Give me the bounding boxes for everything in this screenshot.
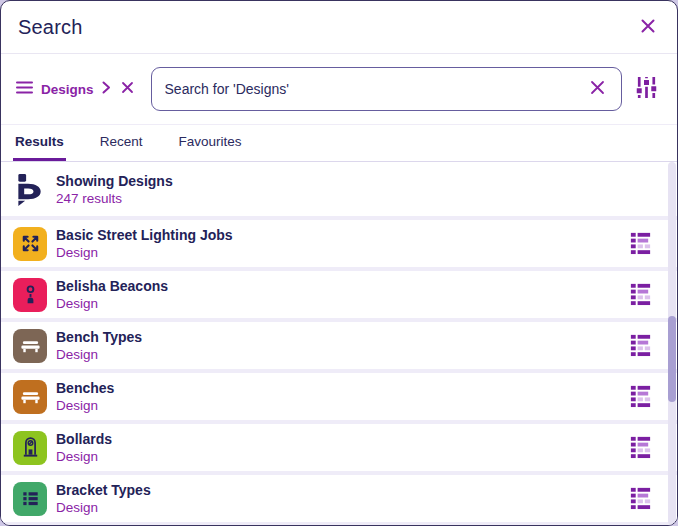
designs-d-logo-icon <box>13 172 47 206</box>
result-details-button[interactable] <box>626 483 655 515</box>
result-row[interactable]: Belisha Beacons Design <box>1 271 677 318</box>
result-title: Belisha Beacons <box>56 278 168 295</box>
close-icon <box>638 16 658 39</box>
result-details-button[interactable] <box>626 279 655 311</box>
queue-list-icon <box>628 332 653 360</box>
close-button[interactable] <box>636 14 660 41</box>
chevron-right-icon <box>102 80 111 98</box>
tab-favourites[interactable]: Favourites <box>177 125 244 161</box>
close-icon <box>589 79 606 99</box>
result-row[interactable]: Bracket Types Design <box>1 475 677 522</box>
result-title: Basic Street Lighting Jobs <box>56 227 233 244</box>
result-row[interactable]: Bollards Design <box>1 424 677 471</box>
result-subtitle: Design <box>56 500 151 516</box>
queue-list-icon <box>628 485 653 513</box>
result-subtitle: Design <box>56 398 114 414</box>
expand-arrows-icon <box>13 227 47 261</box>
filter-settings-button[interactable] <box>631 72 662 106</box>
dialog-title: Search <box>18 16 83 39</box>
bench-icon <box>13 329 47 363</box>
tab-recent[interactable]: Recent <box>98 125 145 161</box>
result-subtitle: Design <box>56 296 168 312</box>
queue-list-icon <box>628 383 653 411</box>
queue-list-icon <box>628 281 653 309</box>
result-subtitle: Design <box>56 449 112 465</box>
result-title: Benches <box>56 380 114 397</box>
summary-text: Showing Designs 247 results <box>56 173 173 206</box>
result-details-button[interactable] <box>626 228 655 260</box>
bench-icon <box>13 380 47 414</box>
result-row[interactable]: Benches Design <box>1 373 677 420</box>
beacon-icon <box>13 278 47 312</box>
results-summary-row: Showing Designs 247 results <box>1 162 677 216</box>
result-title: Bracket Types <box>56 482 151 499</box>
chip-remove-button[interactable] <box>119 79 136 99</box>
results-list: Showing Designs 247 results Basic Street… <box>1 162 677 525</box>
result-row[interactable]: Basic Street Lighting Jobs Design <box>1 220 677 267</box>
result-subtitle: Design <box>56 245 233 261</box>
list-grid-icon <box>13 482 47 516</box>
summary-title: Showing Designs <box>56 173 173 190</box>
search-input[interactable] <box>165 81 587 97</box>
chip-label: Designs <box>41 82 94 97</box>
tabs-bar: Results Recent Favourites <box>1 125 677 162</box>
search-clear-button[interactable] <box>587 77 608 101</box>
queue-list-icon <box>628 434 653 462</box>
result-details-button[interactable] <box>626 432 655 464</box>
result-details-button[interactable] <box>626 330 655 362</box>
result-title: Bollards <box>56 431 112 448</box>
tab-results[interactable]: Results <box>13 125 66 161</box>
hamburger-icon <box>16 80 33 98</box>
sliders-icon <box>633 74 660 104</box>
scrollbar-thumb[interactable] <box>668 316 676 402</box>
summary-count: 247 results <box>56 191 173 206</box>
close-icon <box>121 81 134 97</box>
result-details-button[interactable] <box>626 381 655 413</box>
filter-bar: Designs <box>1 54 677 125</box>
dialog-header: Search <box>1 1 677 54</box>
result-subtitle: Design <box>56 347 142 363</box>
search-box <box>151 67 622 111</box>
result-row[interactable]: Bench Types Design <box>1 322 677 369</box>
designs-filter-chip[interactable]: Designs <box>16 79 136 99</box>
search-dialog: Search Designs <box>0 0 678 526</box>
result-title: Bench Types <box>56 329 142 346</box>
queue-list-icon <box>628 230 653 258</box>
bollard-icon <box>13 431 47 465</box>
